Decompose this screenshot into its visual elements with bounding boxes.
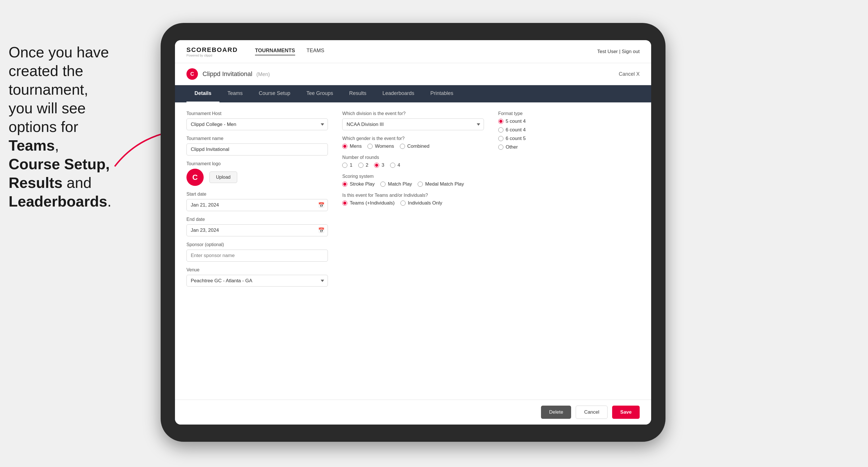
teams-plus-individuals[interactable]: Teams (+Individuals) — [342, 200, 395, 206]
sponsor-input[interactable] — [186, 250, 328, 261]
gender-combined[interactable]: Combined — [400, 144, 430, 149]
format-group: Format type 5 count 4 6 count 4 — [498, 111, 640, 150]
instruction-bold3: Results — [9, 175, 63, 191]
gender-womens-radio[interactable] — [368, 144, 373, 149]
tab-tee-groups[interactable]: Tee Groups — [298, 85, 341, 102]
gender-womens[interactable]: Womens — [368, 144, 394, 149]
scoring-match[interactable]: Match Play — [380, 181, 412, 187]
venue-select[interactable]: Peachtree GC - Atlanta - GA — [186, 275, 328, 286]
format-5count4-label: 5 count 4 — [506, 119, 526, 124]
rounds-radio-group: 1 2 3 4 — [342, 162, 484, 168]
rounds-1-radio[interactable] — [342, 163, 347, 168]
delete-button[interactable]: Delete — [541, 406, 571, 419]
end-date-group: End date 📅 — [186, 217, 328, 237]
main-content: Tournament Host Clippd College - Men Tou… — [175, 102, 651, 400]
user-area[interactable]: Test User | Sign out — [597, 49, 640, 55]
rounds-3-radio[interactable] — [374, 163, 379, 168]
scoring-match-radio[interactable] — [380, 182, 385, 187]
format-6count4-label: 6 count 4 — [506, 127, 526, 133]
teams-plus-radio[interactable] — [342, 200, 347, 206]
instruction-line2: created the — [9, 63, 83, 79]
start-date-input[interactable] — [186, 199, 328, 211]
logo-area: SCOREBOARD Powered by clippd — [186, 46, 238, 57]
tablet-shell: SCOREBOARD Powered by clippd TOURNAMENTS… — [161, 23, 665, 442]
logo-circle: C — [186, 169, 204, 186]
format-5count4[interactable]: 5 count 4 — [498, 119, 640, 124]
gender-mens-label: Mens — [350, 144, 362, 149]
tournament-name-input[interactable] — [186, 144, 328, 155]
rounds-1[interactable]: 1 — [342, 162, 352, 168]
gender-mens-radio[interactable] — [342, 144, 347, 149]
logo-upload-row: C Upload — [186, 169, 328, 186]
instruction-line3: tournament, — [9, 81, 88, 98]
bottom-bar: Delete Cancel Save — [175, 400, 651, 425]
format-5count4-radio[interactable] — [498, 119, 503, 124]
rounds-3[interactable]: 3 — [374, 162, 384, 168]
division-select[interactable]: NCAA Division III — [342, 119, 484, 130]
tab-results[interactable]: Results — [341, 85, 374, 102]
tab-details[interactable]: Details — [186, 85, 219, 102]
scoring-medal-label: Medal Match Play — [425, 181, 464, 187]
scoring-stroke-radio[interactable] — [342, 182, 347, 187]
teams-radio-group: Teams (+Individuals) Individuals Only — [342, 200, 484, 206]
scoring-label: Scoring system — [342, 174, 484, 179]
scoring-medal-radio[interactable] — [417, 182, 423, 187]
division-label: Which division is the event for? — [342, 111, 484, 116]
gender-combined-radio[interactable] — [400, 144, 405, 149]
format-6count5-radio[interactable] — [498, 136, 503, 141]
venue-group: Venue Peachtree GC - Atlanta - GA — [186, 267, 328, 286]
scoring-stroke[interactable]: Stroke Play — [342, 181, 375, 187]
format-6count5[interactable]: 6 count 5 — [498, 136, 640, 142]
end-date-wrap: 📅 — [186, 224, 328, 237]
upload-button[interactable]: Upload — [209, 172, 237, 183]
tab-teams[interactable]: Teams — [219, 85, 251, 102]
form-grid: Tournament Host Clippd College - Men Tou… — [186, 111, 640, 286]
tournament-icon: C — [186, 68, 198, 80]
cancel-top-button[interactable]: Cancel X — [619, 71, 640, 77]
tournament-logo-group: Tournament logo C Upload — [186, 161, 328, 186]
cancel-button[interactable]: Cancel — [576, 406, 608, 419]
rounds-label: Number of rounds — [342, 155, 484, 160]
format-other-radio[interactable] — [498, 145, 503, 150]
tab-printables[interactable]: Printables — [422, 85, 461, 102]
scoring-stroke-label: Stroke Play — [350, 181, 375, 187]
teams-group: Is this event for Teams and/or Individua… — [342, 193, 484, 206]
format-6count4-radio[interactable] — [498, 127, 503, 132]
form-left-column: Tournament Host Clippd College - Men Tou… — [186, 111, 328, 286]
format-6count4[interactable]: 6 count 4 — [498, 127, 640, 133]
tournament-host-group: Tournament Host Clippd College - Men — [186, 111, 328, 130]
gender-womens-label: Womens — [375, 144, 394, 149]
tab-course-setup[interactable]: Course Setup — [251, 85, 298, 102]
instruction-line1: Once you have — [9, 44, 109, 61]
user-text[interactable]: Test User | Sign out — [597, 49, 640, 54]
save-button[interactable]: Save — [612, 406, 640, 419]
individuals-only-label: Individuals Only — [408, 200, 442, 206]
scoring-medal[interactable]: Medal Match Play — [417, 181, 464, 187]
format-radio-group: 5 count 4 6 count 4 6 count 5 — [498, 119, 640, 150]
rounds-2[interactable]: 2 — [358, 162, 368, 168]
gender-combined-label: Combined — [407, 144, 430, 149]
form-mid-column: Which division is the event for? NCAA Di… — [342, 111, 484, 286]
nav-teams[interactable]: TEAMS — [307, 48, 324, 55]
start-date-wrap: 📅 — [186, 199, 328, 211]
rounds-4-radio[interactable] — [390, 163, 395, 168]
tab-leaderboards[interactable]: Leaderboards — [374, 85, 422, 102]
nav-links: TOURNAMENTS TEAMS — [255, 48, 597, 55]
tournament-subtitle: (Men) — [256, 71, 270, 77]
tournament-header: C Clippd Invitational (Men) Cancel X — [175, 63, 651, 85]
format-other[interactable]: Other — [498, 144, 640, 150]
rounds-2-radio[interactable] — [358, 163, 364, 168]
end-date-input[interactable] — [186, 224, 328, 237]
tournament-host-select[interactable]: Clippd College - Men — [186, 119, 328, 130]
gender-mens[interactable]: Mens — [342, 144, 362, 149]
individuals-only-radio[interactable] — [400, 200, 406, 206]
sponsor-group: Sponsor (optional) — [186, 242, 328, 261]
rounds-group: Number of rounds 1 2 — [342, 155, 484, 168]
tournament-host-label: Tournament Host — [186, 111, 328, 116]
individuals-only[interactable]: Individuals Only — [400, 200, 442, 206]
tablet-screen: SCOREBOARD Powered by clippd TOURNAMENTS… — [175, 40, 651, 425]
date-row: Start date 📅 End date 📅 — [186, 192, 328, 237]
rounds-4[interactable]: 4 — [390, 162, 400, 168]
nav-tournaments[interactable]: TOURNAMENTS — [255, 48, 295, 55]
venue-label: Venue — [186, 267, 328, 273]
